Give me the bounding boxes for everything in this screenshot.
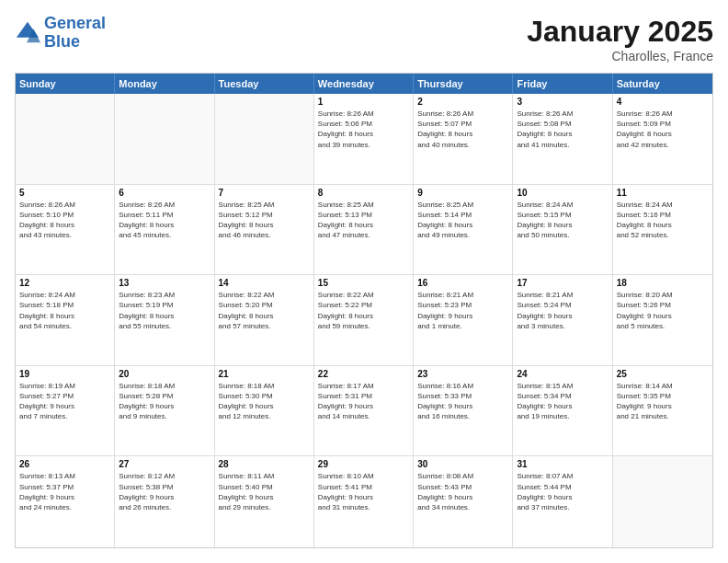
day-number: 11 bbox=[617, 188, 709, 198]
calendar-week-3: 12Sunrise: 8:24 AM Sunset: 5:18 PM Dayli… bbox=[16, 275, 712, 366]
calendar-cell: 21Sunrise: 8:18 AM Sunset: 5:30 PM Dayli… bbox=[215, 366, 314, 456]
day-number: 29 bbox=[318, 459, 409, 469]
calendar-cell: 1Sunrise: 8:26 AM Sunset: 5:06 PM Daylig… bbox=[314, 94, 414, 184]
calendar-cell: 6Sunrise: 8:26 AM Sunset: 5:11 PM Daylig… bbox=[115, 185, 214, 275]
day-number: 22 bbox=[318, 369, 409, 379]
day-info: Sunrise: 8:15 AM Sunset: 5:34 PM Dayligh… bbox=[517, 381, 608, 422]
header-day-friday: Friday bbox=[513, 74, 612, 94]
day-info: Sunrise: 8:11 AM Sunset: 5:40 PM Dayligh… bbox=[219, 471, 310, 512]
calendar-cell: 2Sunrise: 8:26 AM Sunset: 5:07 PM Daylig… bbox=[414, 94, 513, 184]
day-number: 17 bbox=[517, 278, 608, 288]
calendar: SundayMondayTuesdayWednesdayThursdayFrid… bbox=[15, 73, 713, 548]
calendar-cell: 4Sunrise: 8:26 AM Sunset: 5:09 PM Daylig… bbox=[613, 94, 712, 184]
calendar-body: 1Sunrise: 8:26 AM Sunset: 5:06 PM Daylig… bbox=[16, 94, 712, 547]
calendar-week-1: 1Sunrise: 8:26 AM Sunset: 5:06 PM Daylig… bbox=[16, 94, 712, 185]
calendar-cell: 17Sunrise: 8:21 AM Sunset: 5:24 PM Dayli… bbox=[513, 275, 612, 365]
day-number: 19 bbox=[19, 369, 110, 379]
day-number: 27 bbox=[119, 459, 210, 469]
day-info: Sunrise: 8:20 AM Sunset: 5:26 PM Dayligh… bbox=[617, 290, 709, 331]
calendar-cell: 26Sunrise: 8:13 AM Sunset: 5:37 PM Dayli… bbox=[16, 456, 115, 547]
day-number: 12 bbox=[19, 278, 110, 288]
header-day-saturday: Saturday bbox=[613, 74, 712, 94]
day-info: Sunrise: 8:19 AM Sunset: 5:27 PM Dayligh… bbox=[19, 381, 110, 422]
day-number: 31 bbox=[517, 459, 608, 469]
calendar-cell: 7Sunrise: 8:25 AM Sunset: 5:12 PM Daylig… bbox=[215, 185, 314, 275]
page: General Blue January 2025 Charolles, Fra… bbox=[0, 0, 728, 563]
calendar-header: SundayMondayTuesdayWednesdayThursdayFrid… bbox=[16, 74, 712, 94]
day-number: 2 bbox=[417, 97, 508, 107]
day-info: Sunrise: 8:24 AM Sunset: 5:18 PM Dayligh… bbox=[19, 290, 110, 331]
calendar-cell bbox=[115, 94, 214, 184]
day-info: Sunrise: 8:26 AM Sunset: 5:11 PM Dayligh… bbox=[119, 200, 210, 241]
day-info: Sunrise: 8:23 AM Sunset: 5:19 PM Dayligh… bbox=[119, 290, 210, 331]
day-info: Sunrise: 8:21 AM Sunset: 5:23 PM Dayligh… bbox=[417, 290, 508, 331]
calendar-cell bbox=[16, 94, 115, 184]
day-number: 9 bbox=[417, 188, 508, 198]
calendar-cell: 31Sunrise: 8:07 AM Sunset: 5:44 PM Dayli… bbox=[513, 456, 612, 547]
month-title: January 2025 bbox=[527, 15, 713, 49]
calendar-cell: 28Sunrise: 8:11 AM Sunset: 5:40 PM Dayli… bbox=[215, 456, 314, 547]
day-info: Sunrise: 8:18 AM Sunset: 5:28 PM Dayligh… bbox=[119, 381, 210, 422]
day-number: 30 bbox=[417, 459, 508, 469]
calendar-cell: 14Sunrise: 8:22 AM Sunset: 5:20 PM Dayli… bbox=[215, 275, 314, 365]
day-number: 21 bbox=[219, 369, 310, 379]
day-info: Sunrise: 8:16 AM Sunset: 5:33 PM Dayligh… bbox=[417, 381, 508, 422]
day-info: Sunrise: 8:18 AM Sunset: 5:30 PM Dayligh… bbox=[219, 381, 310, 422]
calendar-cell: 15Sunrise: 8:22 AM Sunset: 5:22 PM Dayli… bbox=[314, 275, 414, 365]
header-day-thursday: Thursday bbox=[414, 74, 513, 94]
day-info: Sunrise: 8:26 AM Sunset: 5:10 PM Dayligh… bbox=[19, 200, 110, 241]
calendar-cell: 8Sunrise: 8:25 AM Sunset: 5:13 PM Daylig… bbox=[314, 185, 414, 275]
calendar-week-5: 26Sunrise: 8:13 AM Sunset: 5:37 PM Dayli… bbox=[16, 456, 712, 547]
logo: General Blue bbox=[15, 15, 106, 52]
calendar-cell: 10Sunrise: 8:24 AM Sunset: 5:15 PM Dayli… bbox=[513, 185, 612, 275]
day-number: 18 bbox=[617, 278, 709, 288]
calendar-cell: 3Sunrise: 8:26 AM Sunset: 5:08 PM Daylig… bbox=[513, 94, 612, 184]
day-number: 8 bbox=[318, 188, 409, 198]
day-info: Sunrise: 8:25 AM Sunset: 5:14 PM Dayligh… bbox=[417, 200, 508, 241]
day-number: 1 bbox=[318, 97, 409, 107]
day-number: 24 bbox=[517, 369, 608, 379]
day-info: Sunrise: 8:14 AM Sunset: 5:35 PM Dayligh… bbox=[617, 381, 709, 422]
calendar-cell: 11Sunrise: 8:24 AM Sunset: 5:16 PM Dayli… bbox=[613, 185, 712, 275]
day-info: Sunrise: 8:22 AM Sunset: 5:22 PM Dayligh… bbox=[318, 290, 409, 331]
calendar-week-2: 5Sunrise: 8:26 AM Sunset: 5:10 PM Daylig… bbox=[16, 185, 712, 276]
day-number: 3 bbox=[517, 97, 608, 107]
day-number: 23 bbox=[417, 369, 508, 379]
logo-icon bbox=[15, 20, 40, 46]
day-info: Sunrise: 8:26 AM Sunset: 5:06 PM Dayligh… bbox=[318, 109, 409, 150]
header-day-sunday: Sunday bbox=[16, 74, 115, 94]
day-number: 26 bbox=[19, 459, 110, 469]
calendar-week-4: 19Sunrise: 8:19 AM Sunset: 5:27 PM Dayli… bbox=[16, 366, 712, 457]
calendar-cell bbox=[613, 456, 712, 547]
day-info: Sunrise: 8:22 AM Sunset: 5:20 PM Dayligh… bbox=[219, 290, 310, 331]
calendar-cell: 30Sunrise: 8:08 AM Sunset: 5:43 PM Dayli… bbox=[414, 456, 513, 547]
logo-text: General Blue bbox=[44, 15, 106, 52]
calendar-cell: 23Sunrise: 8:16 AM Sunset: 5:33 PM Dayli… bbox=[414, 366, 513, 456]
day-info: Sunrise: 8:25 AM Sunset: 5:13 PM Dayligh… bbox=[318, 200, 409, 241]
header-day-monday: Monday bbox=[115, 74, 214, 94]
calendar-cell: 13Sunrise: 8:23 AM Sunset: 5:19 PM Dayli… bbox=[115, 275, 214, 365]
day-info: Sunrise: 8:25 AM Sunset: 5:12 PM Dayligh… bbox=[219, 200, 310, 241]
day-number: 20 bbox=[119, 369, 210, 379]
calendar-cell: 12Sunrise: 8:24 AM Sunset: 5:18 PM Dayli… bbox=[16, 275, 115, 365]
header-day-tuesday: Tuesday bbox=[215, 74, 314, 94]
day-info: Sunrise: 8:26 AM Sunset: 5:08 PM Dayligh… bbox=[517, 109, 608, 150]
day-number: 13 bbox=[119, 278, 210, 288]
day-info: Sunrise: 8:26 AM Sunset: 5:07 PM Dayligh… bbox=[417, 109, 508, 150]
day-number: 14 bbox=[219, 278, 310, 288]
day-number: 10 bbox=[517, 188, 608, 198]
day-number: 28 bbox=[219, 459, 310, 469]
calendar-cell: 25Sunrise: 8:14 AM Sunset: 5:35 PM Dayli… bbox=[613, 366, 712, 456]
calendar-cell: 24Sunrise: 8:15 AM Sunset: 5:34 PM Dayli… bbox=[513, 366, 612, 456]
day-info: Sunrise: 8:12 AM Sunset: 5:38 PM Dayligh… bbox=[119, 471, 210, 512]
day-number: 7 bbox=[219, 188, 310, 198]
day-info: Sunrise: 8:17 AM Sunset: 5:31 PM Dayligh… bbox=[318, 381, 409, 422]
calendar-cell: 22Sunrise: 8:17 AM Sunset: 5:31 PM Dayli… bbox=[314, 366, 414, 456]
header: General Blue January 2025 Charolles, Fra… bbox=[15, 15, 713, 63]
calendar-cell: 5Sunrise: 8:26 AM Sunset: 5:10 PM Daylig… bbox=[16, 185, 115, 275]
day-number: 15 bbox=[318, 278, 409, 288]
day-info: Sunrise: 8:08 AM Sunset: 5:43 PM Dayligh… bbox=[417, 471, 508, 512]
calendar-cell: 18Sunrise: 8:20 AM Sunset: 5:26 PM Dayli… bbox=[613, 275, 712, 365]
calendar-cell: 19Sunrise: 8:19 AM Sunset: 5:27 PM Dayli… bbox=[16, 366, 115, 456]
header-day-wednesday: Wednesday bbox=[314, 74, 414, 94]
